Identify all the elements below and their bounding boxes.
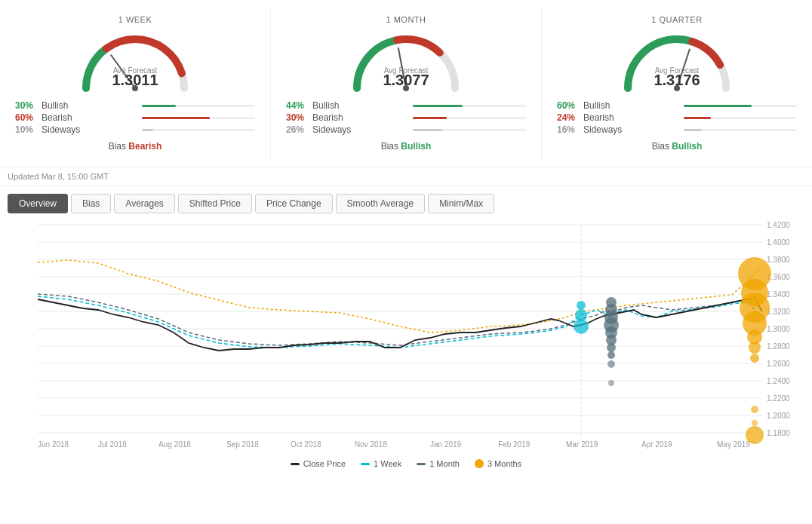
- stats-pct-bullish-quarter: 60%: [557, 100, 583, 111]
- stats-bar-bullish-quarter: [684, 105, 752, 107]
- legend-1month-color: [417, 463, 426, 465]
- chart-legend: Close Price 1 Week 1 Month 3 Months: [8, 455, 804, 471]
- gauge-panel-month: 1 MONTHAvg Forecast1.307744%Bullish30%Be…: [271, 8, 542, 159]
- stats-bar-wrap-bearish-month: [413, 117, 526, 119]
- stats-row-bearish-quarter: 24%Bearish: [557, 112, 797, 123]
- stats-pct-sideways-month: 26%: [286, 124, 312, 135]
- svg-text:1.2800: 1.2800: [767, 342, 790, 351]
- tab-bias[interactable]: Bias: [71, 194, 111, 213]
- svg-text:Oct 2018: Oct 2018: [291, 440, 321, 449]
- stats-pct-bearish-quarter: 24%: [557, 112, 583, 123]
- stats-bar-bearish-quarter: [684, 117, 711, 119]
- svg-text:1.3176: 1.3176: [654, 72, 700, 88]
- stats-bar-bearish-month: [413, 117, 447, 119]
- tab-averages[interactable]: Averages: [114, 194, 174, 213]
- svg-text:Jun 2018: Jun 2018: [38, 440, 69, 449]
- tabs-row: OverviewBiasAveragesShifted PricePrice C…: [0, 186, 812, 213]
- legend-close-price-label: Close Price: [303, 459, 346, 468]
- stats-bar-wrap-bearish-quarter: [684, 117, 797, 119]
- stats-bar-bullish-month: [413, 105, 463, 107]
- svg-text:1.4000: 1.4000: [767, 238, 790, 247]
- stats-bar-wrap-sideways-month: [413, 129, 526, 131]
- stats-bar-wrap-sideways-week: [142, 129, 255, 131]
- stats-row-sideways-week: 10%Sideways: [15, 124, 255, 135]
- svg-text:1.2600: 1.2600: [767, 360, 790, 368]
- stats-row-bearish-month: 30%Bearish: [286, 112, 526, 123]
- svg-point-68: [749, 342, 761, 354]
- svg-text:Mar 2019: Mar 2019: [566, 440, 598, 449]
- stats-label-bullish-quarter: Bullish: [583, 100, 681, 111]
- stats-row-bullish-month: 44%Bullish: [286, 100, 526, 111]
- stats-label-bearish-month: Bearish: [312, 112, 410, 123]
- svg-text:1.3000: 1.3000: [767, 325, 790, 333]
- svg-text:Sep 2018: Sep 2018: [226, 440, 259, 449]
- legend-1month: 1 Month: [417, 459, 460, 468]
- svg-text:1.2400: 1.2400: [767, 377, 790, 385]
- gauge-svg-quarter: Avg Forecast1.3176: [617, 28, 737, 96]
- svg-point-62: [608, 380, 614, 386]
- gauge-title-month: 1 MONTH: [386, 15, 426, 24]
- svg-point-72: [746, 426, 764, 444]
- svg-point-71: [752, 420, 758, 426]
- svg-text:1.3077: 1.3077: [383, 72, 429, 88]
- bias-row-month: Bias Bullish: [381, 141, 432, 152]
- bias-value-month: Bullish: [401, 141, 431, 152]
- stats-label-sideways-week: Sideways: [42, 124, 139, 135]
- svg-text:Nov 2018: Nov 2018: [355, 440, 387, 449]
- gauge-svg-month: Avg Forecast1.3077: [346, 28, 466, 96]
- svg-text:1.1800: 1.1800: [767, 429, 790, 437]
- stats-label-bearish-week: Bearish: [42, 112, 139, 123]
- gauge-svg-week: Avg Forecast1.3011: [75, 28, 195, 96]
- gauge-panel-week: 1 WEEKAvg Forecast1.301130%Bullish60%Bea…: [0, 8, 271, 159]
- stats-bar-wrap-bullish-quarter: [684, 105, 797, 107]
- legend-1week-color: [361, 463, 370, 465]
- legend-3months-color: [475, 459, 484, 468]
- svg-text:Feb 2019: Feb 2019: [498, 440, 531, 449]
- bias-value-week: Bearish: [128, 141, 161, 152]
- stats-pct-bullish-month: 44%: [286, 100, 312, 111]
- bias-row-quarter: Bias Bullish: [652, 141, 703, 152]
- stats-pct-bearish-week: 60%: [15, 112, 42, 123]
- svg-point-69: [750, 354, 759, 363]
- main-chart: .grid-line { stroke: #e8e8e8; stroke-wid…: [8, 221, 804, 455]
- stats-label-bullish-week: Bullish: [42, 100, 139, 111]
- chart-area: .grid-line { stroke: #e8e8e8; stroke-wid…: [0, 213, 812, 471]
- stats-bar-sideways-quarter: [684, 129, 702, 131]
- svg-text:1.2000: 1.2000: [767, 412, 790, 420]
- updated-text: Updated Mar 8, 15:00 GMT: [8, 172, 109, 181]
- bias-value-quarter: Bullish: [672, 141, 702, 152]
- svg-text:1.3400: 1.3400: [767, 290, 790, 299]
- svg-text:1.3800: 1.3800: [767, 256, 790, 264]
- stats-label-sideways-month: Sideways: [312, 124, 410, 135]
- legend-close-price-color: [291, 463, 300, 465]
- svg-text:Jul 2018: Jul 2018: [98, 440, 127, 449]
- legend-1month-label: 1 Month: [429, 459, 460, 468]
- stats-bar-bearish-week: [142, 117, 210, 119]
- tab-overview[interactable]: Overview: [8, 194, 68, 213]
- svg-text:1.3200: 1.3200: [767, 308, 790, 316]
- gauge-panel-quarter: 1 QUARTERAvg Forecast1.317660%Bullish24%…: [542, 8, 812, 159]
- svg-text:Aug 2018: Aug 2018: [158, 440, 191, 449]
- stats-bar-bullish-week: [142, 105, 176, 107]
- stats-label-bearish-quarter: Bearish: [583, 112, 681, 123]
- svg-point-60: [607, 351, 615, 359]
- svg-text:1.2200: 1.2200: [767, 394, 790, 403]
- stats-row-bullish-quarter: 60%Bullish: [557, 100, 797, 111]
- svg-point-61: [607, 360, 615, 368]
- tab-price-change[interactable]: Price Change: [255, 194, 333, 213]
- tab-shifted-price[interactable]: Shifted Price: [178, 194, 252, 213]
- updated-row: Updated Mar 8, 15:00 GMT: [0, 167, 812, 186]
- svg-point-70: [751, 406, 758, 413]
- legend-1week-label: 1 Week: [374, 459, 401, 468]
- svg-text:1.4200: 1.4200: [767, 221, 790, 229]
- gauges-row: 1 WEEKAvg Forecast1.301130%Bullish60%Bea…: [0, 8, 812, 167]
- bias-row-week: Bias Bearish: [109, 141, 162, 152]
- tab-smooth-average[interactable]: Smooth Average: [336, 194, 426, 213]
- stats-pct-bearish-month: 30%: [286, 112, 312, 123]
- tab-minim-max[interactable]: Minim/Max: [428, 194, 494, 213]
- stats-row-bullish-week: 30%Bullish: [15, 100, 255, 111]
- svg-point-59: [607, 343, 616, 352]
- main-container: 1 WEEKAvg Forecast1.301130%Bullish60%Bea…: [0, 0, 812, 524]
- svg-text:1.3011: 1.3011: [112, 72, 158, 88]
- stats-row-sideways-month: 26%Sideways: [286, 124, 526, 135]
